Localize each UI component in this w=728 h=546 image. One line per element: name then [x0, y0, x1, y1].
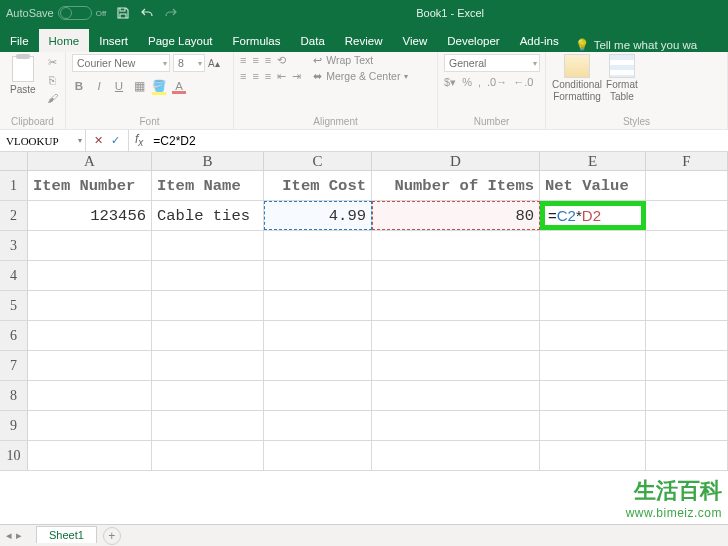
cell[interactable] — [152, 261, 264, 290]
align-top-icon[interactable]: ≡ — [240, 54, 246, 67]
cell[interactable] — [28, 291, 152, 320]
font-color-button[interactable]: A — [172, 80, 186, 92]
align-left-icon[interactable]: ≡ — [240, 70, 246, 83]
col-header-a[interactable]: A — [28, 152, 152, 170]
cell-d1[interactable]: Number of Items — [372, 171, 540, 200]
font-name-combo[interactable]: Courier New — [72, 54, 170, 72]
cell-c1[interactable]: Item Cost — [264, 171, 372, 200]
underline-button[interactable]: U — [112, 80, 126, 92]
cell-d2[interactable]: 80 — [372, 201, 540, 230]
cell[interactable] — [264, 411, 372, 440]
cell-c2[interactable]: 4.99 — [264, 201, 372, 230]
cell[interactable] — [646, 231, 728, 260]
cell[interactable] — [264, 231, 372, 260]
cell[interactable] — [646, 411, 728, 440]
cell[interactable] — [264, 381, 372, 410]
cell[interactable] — [264, 441, 372, 470]
select-all-corner[interactable] — [0, 152, 28, 170]
tell-me-search[interactable]: 💡 Tell me what you wa — [575, 38, 698, 52]
cell-b1[interactable]: Item Name — [152, 171, 264, 200]
format-table-button[interactable]: Format Table — [606, 54, 638, 102]
sheet-nav-prev-icon[interactable]: ◂ — [6, 529, 12, 542]
cell[interactable] — [646, 381, 728, 410]
cell[interactable] — [372, 291, 540, 320]
italic-button[interactable]: I — [92, 80, 106, 92]
cell[interactable] — [28, 441, 152, 470]
row-header-8[interactable]: 8 — [0, 381, 28, 410]
tab-addins[interactable]: Add-ins — [510, 29, 569, 52]
cell[interactable] — [540, 261, 646, 290]
cell[interactable] — [28, 381, 152, 410]
enter-formula-icon[interactable]: ✓ — [111, 134, 120, 147]
cell[interactable] — [28, 261, 152, 290]
cell[interactable] — [264, 321, 372, 350]
cell[interactable] — [152, 321, 264, 350]
cell[interactable] — [152, 411, 264, 440]
cell[interactable] — [646, 441, 728, 470]
sheet-nav-next-icon[interactable]: ▸ — [16, 529, 22, 542]
cell[interactable] — [372, 351, 540, 380]
cell-e2-editing[interactable]: =C2*D2 — [540, 201, 646, 230]
fx-icon[interactable]: fx — [129, 132, 149, 148]
increase-font-icon[interactable]: A▴ — [208, 58, 220, 69]
row-header-2[interactable]: 2 — [0, 201, 28, 230]
cell-e1[interactable]: Net Value — [540, 171, 646, 200]
col-header-c[interactable]: C — [264, 152, 372, 170]
fill-color-button[interactable]: 🪣 — [152, 79, 166, 93]
cell[interactable] — [646, 351, 728, 380]
number-format-combo[interactable]: General — [444, 54, 540, 72]
cell-a2[interactable]: 123456 — [28, 201, 152, 230]
row-header-3[interactable]: 3 — [0, 231, 28, 260]
orientation-icon[interactable]: ⟲ — [277, 54, 286, 67]
copy-icon[interactable]: ⎘ — [44, 72, 62, 88]
cell[interactable] — [372, 381, 540, 410]
cell[interactable] — [646, 261, 728, 290]
increase-decimal-icon[interactable]: .0→ — [487, 76, 507, 89]
row-header-7[interactable]: 7 — [0, 351, 28, 380]
cell-f1[interactable] — [646, 171, 728, 200]
cell[interactable] — [372, 231, 540, 260]
conditional-formatting-button[interactable]: Conditional Formatting — [552, 54, 602, 102]
undo-icon[interactable] — [140, 7, 154, 19]
cell-a1[interactable]: Item Number — [28, 171, 152, 200]
cell[interactable] — [264, 291, 372, 320]
comma-button[interactable]: , — [478, 76, 481, 89]
cell[interactable] — [540, 351, 646, 380]
cancel-formula-icon[interactable]: ✕ — [94, 134, 103, 147]
add-sheet-button[interactable]: + — [103, 527, 121, 545]
format-painter-icon[interactable]: 🖌 — [44, 90, 62, 106]
align-right-icon[interactable]: ≡ — [265, 70, 271, 83]
cell[interactable] — [540, 441, 646, 470]
increase-indent-icon[interactable]: ⇥ — [292, 70, 301, 83]
tab-page-layout[interactable]: Page Layout — [138, 29, 223, 52]
col-header-e[interactable]: E — [540, 152, 646, 170]
cell[interactable] — [152, 441, 264, 470]
autosave-toggle[interactable]: AutoSave Off — [6, 6, 106, 20]
cell[interactable] — [540, 231, 646, 260]
row-header-4[interactable]: 4 — [0, 261, 28, 290]
decrease-indent-icon[interactable]: ⇤ — [277, 70, 286, 83]
cell[interactable] — [372, 261, 540, 290]
cell[interactable] — [540, 411, 646, 440]
tab-home[interactable]: Home — [39, 29, 90, 52]
tab-formulas[interactable]: Formulas — [223, 29, 291, 52]
sheet-tab-sheet1[interactable]: Sheet1 — [36, 526, 97, 543]
cell[interactable] — [646, 291, 728, 320]
merge-center-button[interactable]: ⬌Merge & Center▾ — [313, 70, 408, 82]
formula-input[interactable]: =C2*D2 — [149, 130, 728, 151]
bold-button[interactable]: B — [72, 80, 86, 92]
decrease-decimal-icon[interactable]: ←.0 — [513, 76, 533, 89]
cell[interactable] — [264, 351, 372, 380]
row-header-9[interactable]: 9 — [0, 411, 28, 440]
name-box[interactable]: VLOOKUP — [0, 130, 86, 151]
cell[interactable] — [372, 321, 540, 350]
wrap-text-button[interactable]: ↩Wrap Text — [313, 54, 408, 66]
tab-view[interactable]: View — [393, 29, 438, 52]
align-center-icon[interactable]: ≡ — [252, 70, 258, 83]
cell[interactable] — [646, 321, 728, 350]
align-bottom-icon[interactable]: ≡ — [265, 54, 271, 67]
row-header-6[interactable]: 6 — [0, 321, 28, 350]
cell[interactable] — [152, 381, 264, 410]
font-size-combo[interactable]: 8 — [173, 54, 205, 72]
cell[interactable] — [540, 291, 646, 320]
